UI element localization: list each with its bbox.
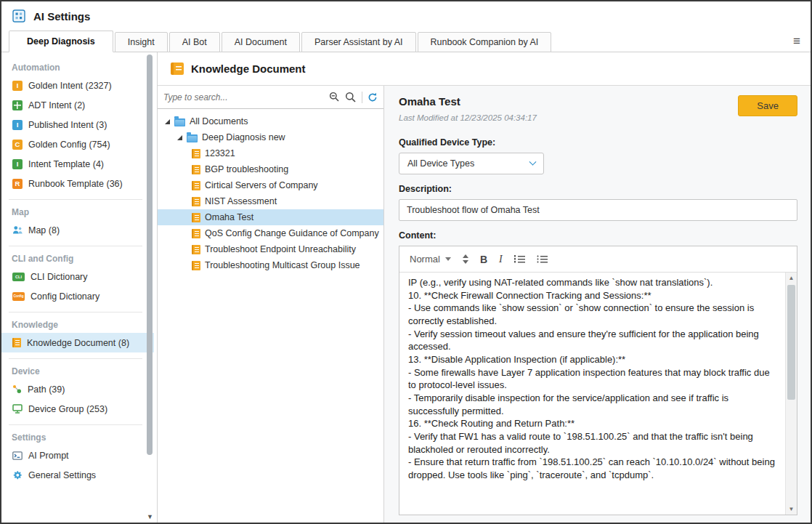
search-icon[interactable] bbox=[345, 92, 357, 103]
app-title: AI Settings bbox=[33, 10, 90, 23]
italic-button[interactable]: I bbox=[499, 254, 503, 265]
sidebar: Automation Golden Intent (2327) ADT Inte… bbox=[1, 52, 158, 523]
ordered-list-icon[interactable] bbox=[514, 255, 525, 263]
golden-intent-icon bbox=[12, 81, 23, 91]
search-input[interactable] bbox=[163, 92, 324, 102]
sidebar-divider bbox=[9, 358, 142, 359]
tab-ai-bot[interactable]: AI Bot bbox=[169, 32, 220, 52]
sidebar-scroll-down-icon[interactable]: ▼ bbox=[147, 513, 153, 520]
golden-config-icon bbox=[12, 140, 23, 150]
sidebar-scrollbar-thumb[interactable] bbox=[147, 55, 153, 455]
zoom-out-icon[interactable] bbox=[329, 92, 340, 102]
sidebar-item-knowledge-document[interactable]: Knowledge Document (8) bbox=[1, 333, 154, 352]
bullet-list-icon[interactable] bbox=[537, 255, 548, 263]
sidebar-item-label: Published Intent (3) bbox=[28, 120, 107, 130]
sidebar-divider bbox=[9, 312, 142, 313]
app-header: AI Settings bbox=[1, 1, 811, 31]
paragraph-style-value: Normal bbox=[410, 254, 440, 265]
section-title-automation: Automation bbox=[10, 63, 138, 73]
tree-document[interactable]: 123321 bbox=[158, 145, 383, 161]
tree-node-label: All Documents bbox=[190, 116, 248, 126]
document-icon bbox=[192, 261, 200, 270]
tree-document[interactable]: Troubleshooting Multicast Group Issue bbox=[158, 257, 383, 273]
published-intent-icon bbox=[12, 120, 23, 130]
sidebar-item-ai-prompt[interactable]: AI Prompt bbox=[10, 446, 138, 465]
refresh-icon[interactable] bbox=[368, 92, 378, 102]
device-type-select[interactable]: All Device Types bbox=[399, 153, 544, 174]
sidebar-item-device-group[interactable]: Device Group (253) bbox=[10, 399, 138, 419]
expand-icon[interactable] bbox=[177, 135, 182, 140]
chevron-down-icon bbox=[445, 257, 451, 261]
sidebar-item-published-intent[interactable]: Published Intent (3) bbox=[10, 115, 138, 134]
document-detail-panel: Omaha Test Last Modified at 12/23/2025 0… bbox=[384, 86, 811, 523]
sidebar-item-label: Golden Config (754) bbox=[28, 140, 110, 150]
sidebar-item-label: Path (39) bbox=[28, 384, 65, 395]
document-icon bbox=[192, 149, 200, 158]
section-title-map: Map bbox=[10, 207, 138, 217]
sidebar-item-label: Golden Intent (2327) bbox=[28, 81, 112, 91]
ai-settings-window: AI Settings Deep Diagnosis Insight AI Bo… bbox=[0, 0, 812, 524]
tree-document-label: Troubleshooting Multicast Group Issue bbox=[205, 260, 360, 270]
sidebar-item-intent-template[interactable]: Intent Template (4) bbox=[10, 154, 138, 174]
tab-runbook-companion[interactable]: Runbook Companion by AI bbox=[418, 32, 552, 52]
editor-toolbar: Normal B I bbox=[399, 246, 797, 273]
tab-insight[interactable]: Insight bbox=[115, 32, 168, 52]
save-button[interactable]: Save bbox=[738, 95, 797, 116]
menu-icon[interactable]: ≡ bbox=[793, 35, 800, 47]
sidebar-item-path[interactable]: Path (39) bbox=[10, 379, 138, 399]
editor-content[interactable]: IP (e.g., verify using NAT-related comma… bbox=[399, 273, 785, 515]
description-label: Description: bbox=[399, 184, 797, 194]
tree-document[interactable]: QoS Config Change Guidance of Company bbox=[158, 225, 383, 241]
scroll-down-icon[interactable]: ▼ bbox=[786, 506, 797, 512]
sidebar-item-label: Runbook Template (36) bbox=[28, 179, 123, 189]
tree-node-all-documents[interactable]: All Documents bbox=[158, 113, 383, 129]
bold-button[interactable]: B bbox=[480, 254, 487, 265]
content-editor: Normal B I bbox=[399, 246, 797, 515]
sidebar-item-cli-dictionary[interactable]: CLI Dictionary bbox=[10, 267, 138, 286]
editor-scrollbar-thumb[interactable] bbox=[787, 285, 795, 400]
sidebar-item-label: CLI Dictionary bbox=[31, 272, 88, 282]
tree-document[interactable]: Troubleshoot Endpoint Unreachability bbox=[158, 241, 383, 257]
tab-bar: Deep Diagnosis Insight AI Bot AI Documen… bbox=[1, 31, 811, 52]
document-tree-panel: All Documents Deep Diagnosis new 123321 bbox=[158, 86, 384, 523]
cli-dictionary-icon bbox=[12, 273, 25, 281]
main-header: Knowledge Document bbox=[158, 52, 811, 86]
sidebar-item-golden-config[interactable]: Golden Config (754) bbox=[10, 134, 138, 154]
sidebar-item-config-dictionary[interactable]: Config Dictionary bbox=[10, 286, 138, 306]
sidebar-item-label: ADT Intent (2) bbox=[28, 100, 85, 110]
ai-prompt-icon bbox=[12, 451, 23, 460]
page-title: Knowledge Document bbox=[191, 63, 306, 75]
tree-document-label: QoS Config Change Guidance of Company bbox=[205, 228, 379, 238]
description-input[interactable] bbox=[399, 199, 797, 221]
tree-document-selected[interactable]: Omaha Test bbox=[158, 209, 383, 225]
document-icon bbox=[192, 245, 200, 254]
tab-ai-document[interactable]: AI Document bbox=[222, 32, 300, 52]
tree-document[interactable]: BGP troubleshooting bbox=[158, 161, 383, 177]
tree-document[interactable]: NIST Assessment bbox=[158, 193, 383, 209]
tab-deep-diagnosis[interactable]: Deep Diagnosis bbox=[9, 31, 113, 52]
tree-document-label: Troubleshoot Endpoint Unreachability bbox=[205, 244, 356, 254]
sidebar-item-label: General Settings bbox=[28, 470, 96, 480]
tab-parser-assistant[interactable]: Parser Assistant by AI bbox=[301, 32, 416, 52]
sidebar-item-label: Map (8) bbox=[28, 225, 60, 235]
tree-document-label: NIST Assessment bbox=[205, 196, 277, 206]
sidebar-item-map[interactable]: Map (8) bbox=[10, 220, 138, 240]
document-tree: All Documents Deep Diagnosis new 123321 bbox=[158, 109, 383, 523]
font-size-stepper-icon[interactable] bbox=[463, 254, 468, 264]
sidebar-item-runbook-template[interactable]: Runbook Template (36) bbox=[10, 174, 138, 193]
tree-node-deep-diagnosis-new[interactable]: Deep Diagnosis new bbox=[158, 129, 383, 145]
config-dictionary-icon bbox=[12, 292, 25, 301]
scroll-up-icon[interactable]: ▲ bbox=[786, 275, 797, 281]
sidebar-item-adt-intent[interactable]: ADT Intent (2) bbox=[10, 95, 138, 115]
paragraph-style-dropdown[interactable]: Normal bbox=[410, 254, 451, 265]
sidebar-item-general-settings[interactable]: General Settings bbox=[10, 465, 138, 485]
toolbar-divider bbox=[362, 92, 362, 103]
expand-icon[interactable] bbox=[165, 119, 170, 124]
section-title-cli-and-config: CLI and Config bbox=[10, 254, 138, 264]
sidebar-divider bbox=[9, 424, 142, 425]
tree-document[interactable]: Cirtical Servers of Company bbox=[158, 177, 383, 193]
sidebar-item-golden-intent[interactable]: Golden Intent (2327) bbox=[10, 76, 138, 95]
editor-scrollbar: ▲ ▼ bbox=[785, 273, 797, 515]
tree-document-label: BGP troubleshooting bbox=[205, 164, 288, 174]
document-icon bbox=[192, 197, 200, 206]
